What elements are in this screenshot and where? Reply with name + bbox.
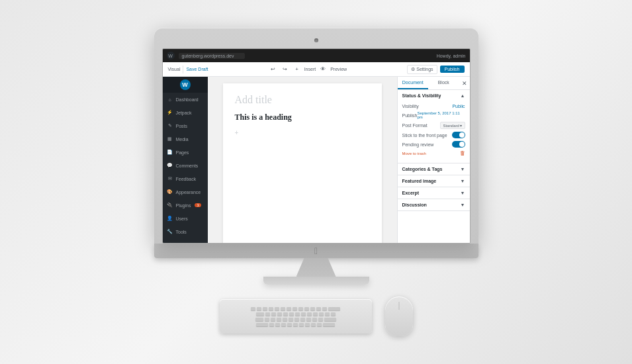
move-to-trash-link[interactable]: Move to trash	[402, 152, 426, 156]
sidebar-item-pages[interactable]: 📄 Pages	[163, 146, 208, 159]
key	[325, 312, 330, 316]
add-block-button[interactable]: +	[235, 129, 370, 136]
publish-label: Publish	[402, 113, 418, 118]
section-header-excerpt[interactable]: Excerpt ▼	[398, 187, 470, 199]
key	[289, 318, 293, 321]
section-title-categories: Categories & Tags	[402, 167, 443, 171]
key	[317, 323, 322, 326]
visibility-row: Visibility Public	[402, 104, 465, 109]
key	[293, 323, 298, 326]
visibility-value[interactable]: Public	[452, 104, 465, 109]
wp-logo-icon: W	[167, 52, 175, 60]
mouse	[385, 296, 413, 336]
editor-toolbar: Visual Save Draft ↩ ↪ + Insert 👁 Preview	[163, 62, 470, 77]
key	[293, 307, 297, 310]
key	[283, 318, 287, 321]
howdy-text: Howdy, admin	[437, 54, 466, 58]
key	[257, 307, 261, 310]
key	[331, 312, 336, 316]
key	[316, 307, 321, 310]
wp-admin-logo: W	[180, 79, 191, 90]
view-mode[interactable]: Visual	[168, 67, 181, 71]
key	[271, 318, 275, 321]
key	[300, 318, 305, 321]
section-header-featured[interactable]: Featured image ▼	[398, 175, 470, 187]
save-draft-button[interactable]: Save Draft	[186, 67, 208, 71]
key	[306, 318, 311, 321]
imac-screen-shell: W gutenberg.wordpress.dev Howdy, admin V…	[154, 28, 478, 244]
key	[289, 312, 294, 316]
imac-camera-bar	[162, 36, 471, 45]
media-icon: ▦	[167, 136, 173, 142]
undo-icon[interactable]: ↩	[269, 65, 278, 74]
section-excerpt: Excerpt ▼	[398, 187, 470, 199]
key-backspace	[328, 307, 340, 310]
key	[271, 312, 276, 316]
preview-label[interactable]: Preview	[330, 67, 347, 71]
section-categories-tags: Categories & Tags ▼	[398, 163, 470, 175]
chevron-up-icon: ▲	[461, 93, 465, 98]
sidebar-item-media[interactable]: ▦ Media	[163, 132, 208, 146]
sidebar-label-plugins: Plugins	[176, 203, 191, 208]
imac-stand	[263, 258, 369, 285]
browser-topbar: W gutenberg.wordpress.dev Howdy, admin	[163, 49, 470, 62]
key	[304, 307, 309, 310]
key-row-4	[256, 323, 335, 326]
editor-body: W ⌂ Dashboard ⚡ Jetpack ✎ Posts	[163, 77, 470, 243]
wp-sidebar: W ⌂ Dashboard ⚡ Jetpack ✎ Posts	[163, 77, 208, 243]
key	[275, 307, 279, 310]
close-panel-button[interactable]: ✕	[459, 78, 470, 89]
sidebar-item-posts[interactable]: ✎ Posts	[163, 119, 208, 132]
key	[275, 323, 280, 326]
key	[299, 323, 304, 326]
key-row-3	[255, 318, 336, 321]
gear-icon: ⚙	[411, 67, 415, 72]
sidebar-item-users[interactable]: 👤 Users	[163, 212, 208, 225]
settings-panel: Document Block ✕ Status & Visibility ▲	[397, 77, 470, 243]
pending-row: Pending review	[402, 141, 465, 148]
keyboard-mouse-row	[220, 296, 413, 336]
imac-screen: W gutenberg.wordpress.dev Howdy, admin V…	[162, 48, 471, 244]
imac-base	[263, 277, 369, 285]
sidebar-item-jetpack[interactable]: ⚡ Jetpack	[163, 106, 208, 119]
publish-date[interactable]: September 5, 2017 1:11 pm	[417, 111, 465, 119]
settings-button[interactable]: ⚙ Settings	[407, 65, 437, 74]
section-header-discussion[interactable]: Discussion ▼	[398, 199, 470, 210]
sticky-row: Stick to the front page	[402, 132, 465, 138]
toolbar-divider	[183, 66, 183, 73]
pending-toggle[interactable]	[452, 141, 465, 148]
browser-url[interactable]: gutenberg.wordpress.dev	[179, 53, 245, 59]
tab-document[interactable]: Document	[398, 77, 429, 89]
editor-canvas[interactable]: Add title This is a heading +	[223, 83, 382, 243]
key	[287, 307, 291, 310]
insert-label[interactable]: Insert	[304, 67, 316, 71]
key	[265, 318, 269, 321]
sidebar-item-settings[interactable]: ⚙ Settings	[163, 238, 208, 243]
post-title-placeholder[interactable]: Add title	[235, 94, 370, 106]
sidebar-item-plugins[interactable]: 🔌 Plugins 3	[163, 199, 208, 212]
insert-icon[interactable]: +	[293, 65, 302, 74]
sidebar-item-comments[interactable]: 💬 Comments	[163, 159, 208, 172]
key-shift-r	[323, 323, 335, 326]
section-header-categories[interactable]: Categories & Tags ▼	[398, 163, 470, 175]
post-format-select[interactable]: Standard ▾	[440, 122, 465, 129]
redo-icon[interactable]: ↪	[281, 65, 290, 74]
sidebar-item-tools[interactable]: 🔧 Tools	[163, 225, 208, 238]
sidebar-item-dashboard[interactable]: ⌂ Dashboard	[163, 93, 208, 106]
publish-button[interactable]: Publish	[440, 66, 465, 73]
sidebar-label-appearance: Appearance	[176, 190, 201, 195]
chevron-down-categories-icon: ▼	[461, 167, 465, 171]
visibility-label: Visibility	[402, 104, 419, 109]
sidebar-item-feedback[interactable]: ✉ Feedback	[163, 172, 208, 185]
trash-row: Move to trash 🗑	[402, 150, 465, 156]
preview-icon[interactable]: 👁	[318, 65, 328, 74]
imac-neck	[296, 258, 336, 277]
post-heading[interactable]: This is a heading	[235, 113, 370, 122]
section-header-status[interactable]: Status & Visibility ▲	[398, 90, 470, 101]
tab-block[interactable]: Block	[428, 77, 459, 89]
sticky-toggle[interactable]	[452, 132, 465, 138]
publish-row: Publish September 5, 2017 1:11 pm	[402, 111, 465, 119]
imac-chin: 	[154, 244, 478, 258]
settings-icon: ⚙	[167, 242, 173, 243]
sidebar-item-appearance[interactable]: 🎨 Appearance	[163, 185, 208, 199]
